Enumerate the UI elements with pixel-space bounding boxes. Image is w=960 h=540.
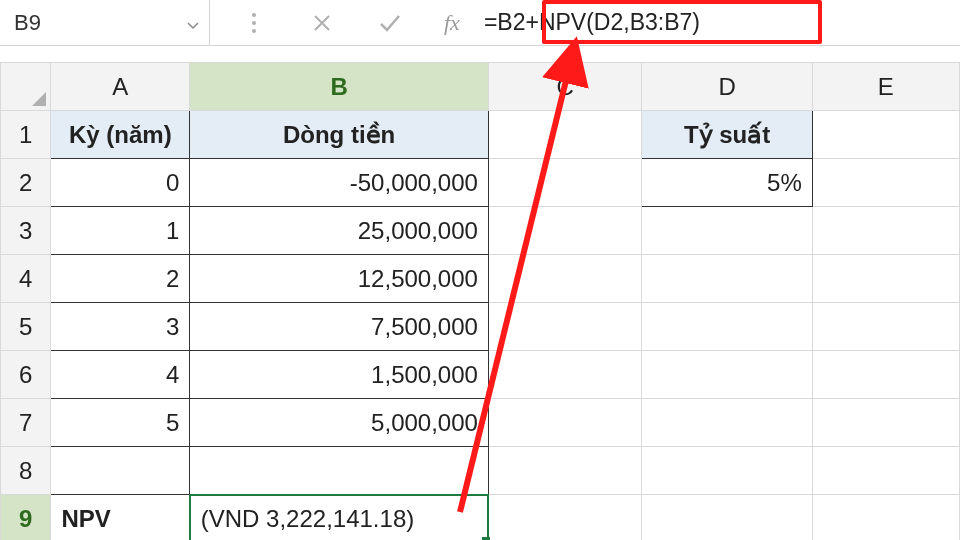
col-header-C[interactable]: C [488, 63, 642, 111]
cell-A3[interactable]: 1 [51, 207, 190, 255]
cell-B7[interactable]: 5,000,000 [190, 399, 489, 447]
svg-point-0 [252, 13, 256, 17]
cell-C6[interactable] [488, 351, 642, 399]
cell-D7[interactable] [642, 399, 812, 447]
cell-D2[interactable]: 5% [642, 159, 812, 207]
worksheet: A B C D E 1 Kỳ (năm) Dòng tiền Tỷ suất 2… [0, 62, 960, 540]
cell-E7[interactable] [812, 399, 959, 447]
row-1: 1 Kỳ (năm) Dòng tiền Tỷ suất [1, 111, 960, 159]
row-header-4[interactable]: 4 [1, 255, 51, 303]
cell-D6[interactable] [642, 351, 812, 399]
formula-text: =B2+NPV(D2,B3:B7) [484, 9, 700, 36]
col-header-E[interactable]: E [812, 63, 959, 111]
row-3: 3 1 25,000,000 [1, 207, 960, 255]
cell-D1[interactable]: Tỷ suất [642, 111, 812, 159]
column-header-row: A B C D E [1, 63, 960, 111]
cell-A2[interactable]: 0 [51, 159, 190, 207]
row-2: 2 0 -50,000,000 5% [1, 159, 960, 207]
cell-B8[interactable] [190, 447, 489, 495]
row-header-1[interactable]: 1 [1, 111, 51, 159]
cell-E8[interactable] [812, 447, 959, 495]
cell-A5[interactable]: 3 [51, 303, 190, 351]
row-6: 6 4 1,500,000 [1, 351, 960, 399]
cell-A1[interactable]: Kỳ (năm) [51, 111, 190, 159]
cell-B9[interactable]: (VND 3,222,141.18) [190, 495, 489, 541]
cell-B1[interactable]: Dòng tiền [190, 111, 489, 159]
cell-E1[interactable] [812, 111, 959, 159]
cell-A6[interactable]: 4 [51, 351, 190, 399]
row-header-2[interactable]: 2 [1, 159, 51, 207]
row-9: 9 NPV (VND 3,222,141.18) [1, 495, 960, 541]
row-header-3[interactable]: 3 [1, 207, 51, 255]
more-icon[interactable] [240, 9, 268, 37]
cell-B4[interactable]: 12,500,000 [190, 255, 489, 303]
cell-D4[interactable] [642, 255, 812, 303]
cancel-icon[interactable] [308, 9, 336, 37]
row-7: 7 5 5,000,000 [1, 399, 960, 447]
row-4: 4 2 12,500,000 [1, 255, 960, 303]
cell-C3[interactable] [488, 207, 642, 255]
row-header-7[interactable]: 7 [1, 399, 51, 447]
cell-B5[interactable]: 7,500,000 [190, 303, 489, 351]
col-header-B[interactable]: B [190, 63, 489, 111]
row-8: 8 [1, 447, 960, 495]
cell-E9[interactable] [812, 495, 959, 541]
cell-C1[interactable] [488, 111, 642, 159]
select-all-corner[interactable] [1, 63, 51, 111]
col-header-D[interactable]: D [642, 63, 812, 111]
cell-E4[interactable] [812, 255, 959, 303]
cell-A9[interactable]: NPV [51, 495, 190, 541]
cell-D3[interactable] [642, 207, 812, 255]
cell-C7[interactable] [488, 399, 642, 447]
cell-B2[interactable]: -50,000,000 [190, 159, 489, 207]
name-box-value: B9 [14, 10, 41, 36]
name-box[interactable]: B9 [0, 0, 210, 45]
grid[interactable]: A B C D E 1 Kỳ (năm) Dòng tiền Tỷ suất 2… [0, 62, 960, 540]
row-header-8[interactable]: 8 [1, 447, 51, 495]
cell-A4[interactable]: 2 [51, 255, 190, 303]
cell-B6[interactable]: 1,500,000 [190, 351, 489, 399]
cell-D9[interactable] [642, 495, 812, 541]
cell-D5[interactable] [642, 303, 812, 351]
cell-A7[interactable]: 5 [51, 399, 190, 447]
cell-E3[interactable] [812, 207, 959, 255]
cell-D8[interactable] [642, 447, 812, 495]
svg-point-2 [252, 29, 256, 33]
row-header-5[interactable]: 5 [1, 303, 51, 351]
formula-bar-icons [210, 0, 434, 45]
row-header-9[interactable]: 9 [1, 495, 51, 541]
row-header-6[interactable]: 6 [1, 351, 51, 399]
formula-bar: B9 fx =B2+NPV(D2,B3:B7) [0, 0, 960, 46]
formula-input[interactable]: =B2+NPV(D2,B3:B7) [478, 0, 960, 45]
cell-C8[interactable] [488, 447, 642, 495]
cell-C2[interactable] [488, 159, 642, 207]
cell-C9[interactable] [488, 495, 642, 541]
cell-C5[interactable] [488, 303, 642, 351]
cell-A8[interactable] [51, 447, 190, 495]
fx-icon[interactable]: fx [434, 0, 478, 45]
enter-icon[interactable] [376, 9, 404, 37]
name-box-dropdown-icon[interactable] [187, 10, 199, 36]
svg-point-1 [252, 21, 256, 25]
cell-E6[interactable] [812, 351, 959, 399]
cell-B3[interactable]: 25,000,000 [190, 207, 489, 255]
cell-E5[interactable] [812, 303, 959, 351]
cell-C4[interactable] [488, 255, 642, 303]
col-header-A[interactable]: A [51, 63, 190, 111]
cell-E2[interactable] [812, 159, 959, 207]
row-5: 5 3 7,500,000 [1, 303, 960, 351]
